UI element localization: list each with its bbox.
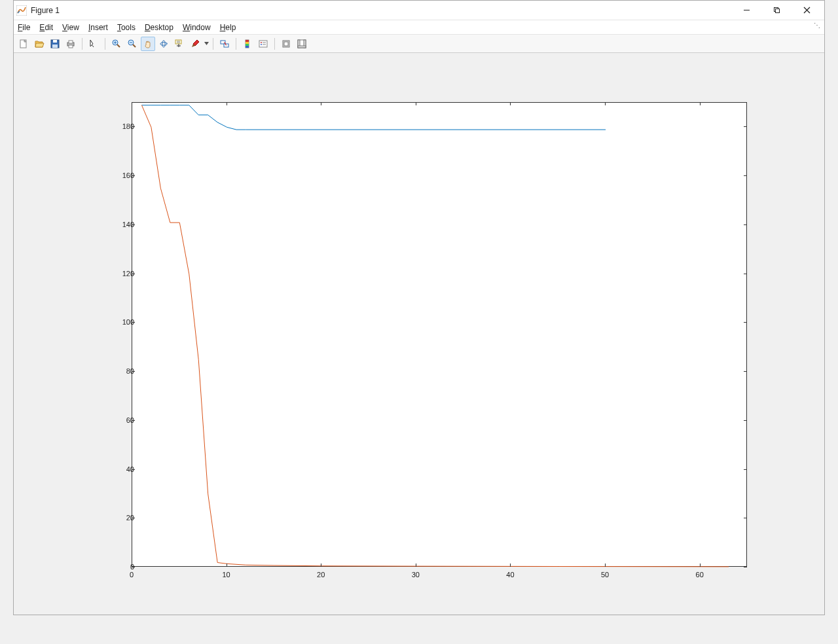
menu-window[interactable]: Window: [183, 23, 211, 32]
hide-tools-button[interactable]: [279, 37, 293, 51]
close-button[interactable]: [792, 1, 822, 20]
y-tick: [744, 567, 747, 567]
svg-rect-12: [69, 41, 73, 43]
x-tick-label: 10: [222, 571, 230, 579]
titlebar: Figure 1: [14, 1, 824, 20]
toolbar-separator: [82, 38, 82, 50]
toolbar: [14, 35, 824, 53]
menu-help[interactable]: Help: [220, 23, 236, 32]
x-tick: [605, 564, 606, 567]
y-tick: [132, 567, 135, 567]
y-tick-label: 100: [108, 318, 134, 326]
toolbar-separator: [213, 38, 213, 50]
x-tick-label: 50: [601, 571, 609, 579]
zoom-in-button[interactable]: [109, 37, 124, 51]
y-tick: [132, 274, 135, 274]
y-tick: [132, 322, 135, 323]
pan-button[interactable]: [141, 37, 155, 51]
x-tick: [132, 564, 132, 567]
y-tick-label: 0: [108, 563, 134, 571]
menu-tools[interactable]: Tools: [117, 23, 136, 32]
y-tick: [744, 224, 747, 225]
legend-button[interactable]: [256, 37, 270, 51]
y-tick: [744, 420, 747, 421]
rotate-button[interactable]: [156, 37, 171, 51]
svg-rect-31: [221, 41, 225, 44]
y-tick: [744, 469, 747, 470]
y-tick-label: 120: [108, 270, 134, 277]
y-tick: [744, 322, 747, 323]
minimize-button[interactable]: [731, 1, 761, 20]
x-tick: [700, 564, 701, 567]
menu-overflow-icon[interactable]: ⋱: [814, 22, 820, 29]
open-button[interactable]: [32, 37, 46, 51]
x-tick: [510, 102, 511, 105]
menu-desktop[interactable]: Desktop: [145, 23, 173, 32]
x-tick: [605, 102, 606, 105]
maximize-button[interactable]: [761, 1, 792, 20]
y-tick: [132, 469, 135, 470]
y-tick-label: 60: [108, 416, 134, 424]
svg-line-16: [117, 45, 120, 47]
axes[interactable]: [132, 102, 747, 567]
svg-rect-25: [175, 40, 181, 44]
x-tick-label: 60: [696, 571, 704, 579]
svg-rect-37: [246, 46, 249, 48]
toolbar-separator: [274, 38, 275, 50]
menubar: File Edit View Insert Tools Desktop Wind…: [14, 20, 824, 35]
menu-view[interactable]: View: [62, 23, 79, 32]
y-tick-label: 140: [108, 221, 134, 228]
svg-rect-10: [52, 45, 58, 48]
brush-button[interactable]: [188, 37, 202, 51]
y-tick: [132, 175, 135, 176]
zoom-out-button[interactable]: [125, 37, 139, 51]
y-tick: [132, 420, 135, 421]
link-plot-button[interactable]: [217, 37, 232, 51]
menu-insert[interactable]: Insert: [88, 23, 108, 32]
x-tick: [416, 564, 416, 567]
toolbar-separator: [236, 38, 236, 50]
x-tick: [416, 102, 416, 105]
x-tick: [227, 564, 227, 567]
x-tick-label: 20: [317, 571, 325, 579]
x-tick: [321, 102, 321, 105]
y-tick: [744, 518, 747, 518]
x-tick: [700, 102, 701, 105]
svg-rect-48: [298, 46, 306, 48]
window-title: Figure 1: [31, 6, 60, 15]
menu-edit[interactable]: Edit: [39, 23, 53, 32]
svg-rect-36: [246, 44, 249, 46]
svg-rect-34: [246, 40, 249, 42]
svg-rect-13: [69, 45, 73, 48]
print-button[interactable]: [64, 37, 78, 51]
y-tick: [744, 126, 747, 127]
edit-plot-button[interactable]: [86, 37, 101, 51]
plot-lines: [132, 103, 748, 567]
brush-dropdown[interactable]: [204, 42, 209, 45]
y-tick-label: 160: [108, 171, 134, 179]
svg-rect-38: [259, 41, 267, 47]
y-tick: [132, 518, 135, 518]
figure-window: Figure 1 File Edit View Insert Tools Des…: [13, 0, 825, 615]
y-tick: [132, 371, 135, 372]
y-tick-label: 180: [108, 122, 134, 130]
show-tools-button[interactable]: [295, 37, 309, 51]
colorbar-button[interactable]: [240, 37, 255, 51]
data-cursor-button[interactable]: [172, 37, 187, 51]
menu-file[interactable]: File: [18, 23, 30, 32]
svg-rect-3: [775, 9, 779, 13]
svg-line-14: [92, 45, 94, 47]
x-tick: [321, 564, 321, 567]
x-tick: [510, 564, 511, 567]
svg-line-20: [133, 45, 136, 47]
x-tick: [132, 102, 132, 105]
svg-rect-9: [53, 40, 57, 43]
plot-area[interactable]: 0204060801001201401601800102030405060: [14, 53, 824, 615]
y-tick-label: 40: [108, 465, 134, 473]
save-button[interactable]: [48, 37, 62, 51]
matlab-figure-icon: [16, 5, 27, 16]
y-tick: [132, 224, 135, 225]
y-tick: [132, 126, 135, 127]
new-figure-button[interactable]: [16, 37, 31, 51]
toolbar-separator: [105, 38, 105, 50]
